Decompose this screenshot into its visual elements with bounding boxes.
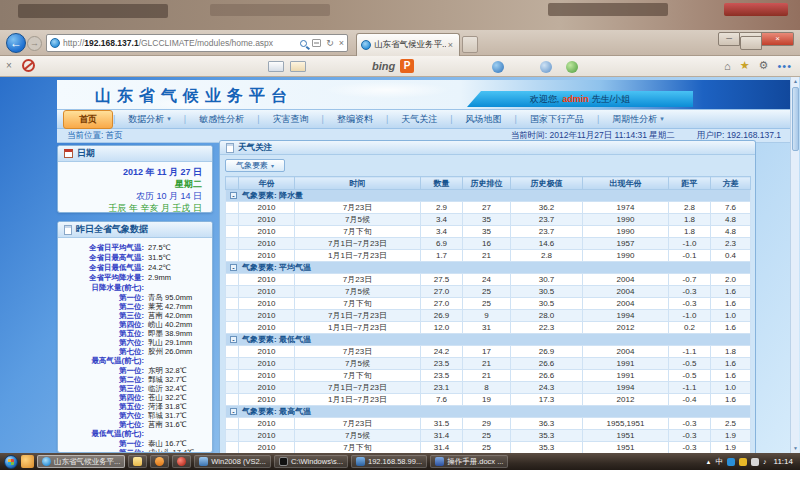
- scrollbar-thumb[interactable]: [792, 87, 799, 151]
- forward-button[interactable]: →: [27, 36, 42, 51]
- tray-expand-icon[interactable]: ▲: [706, 459, 712, 465]
- column-header: 方差: [711, 177, 751, 190]
- window-close-button[interactable]: ×: [762, 32, 794, 46]
- taskbar-button-app[interactable]: Win2008 (VS2...: [194, 455, 271, 468]
- taskbar-button-remote[interactable]: 192.168.58.99...: [351, 455, 427, 468]
- screen: ← → http://192.168.137.1/GLCCLIMATE/modu…: [0, 0, 800, 500]
- rank-value: 泰山 16.7℃: [148, 439, 187, 448]
- nav-tab-9[interactable]: 周期性分析▾: [599, 111, 677, 128]
- nav-tab-4[interactable]: 灾害查询: [260, 111, 322, 128]
- table-cell: 2012: [583, 322, 669, 334]
- addon-green-icon[interactable]: [566, 61, 578, 73]
- page-scrollbar[interactable]: ▲ ▼: [790, 77, 799, 453]
- table-cell: 2012: [583, 394, 669, 406]
- table-cell: 2010: [239, 214, 295, 226]
- tray-flag-icon[interactable]: [751, 458, 759, 466]
- table-cell: 7月23日: [295, 346, 421, 358]
- addon-blue-icon[interactable]: [492, 61, 504, 73]
- collapse-icon[interactable]: -: [230, 264, 237, 271]
- taskbar-button-folder[interactable]: [128, 455, 147, 468]
- table-cell: 22.3: [511, 322, 583, 334]
- table-cell: 1990: [583, 226, 669, 238]
- nav-tab-3[interactable]: 敏感性分析: [186, 111, 257, 128]
- nav-tab-2[interactable]: 数据分析▾: [115, 111, 184, 128]
- chevron-down-icon: ▾: [271, 162, 274, 169]
- sidebar: 日期 2012 年 11 月 27 日 星期二 农历 10 月 14 日 壬辰 …: [57, 145, 213, 453]
- collapse-icon[interactable]: -: [230, 192, 237, 199]
- table-row: 20107月5候31.42535.31951-0.31.9: [226, 430, 751, 442]
- nav-tab-7[interactable]: 风场地图: [453, 111, 515, 128]
- tray-security-icon[interactable]: [727, 458, 735, 466]
- pinned-app-icon[interactable]: [21, 455, 34, 468]
- home-icon[interactable]: ⌂: [724, 60, 731, 72]
- search-icon[interactable]: [300, 40, 307, 47]
- taskbar-button-orange[interactable]: [150, 455, 169, 468]
- ranking-item: 第二位:鄄城 32.7℃: [60, 375, 208, 384]
- browser-tab[interactable]: 山东省气候业务平... ×: [356, 33, 460, 56]
- volume-icon[interactable]: ♪: [763, 458, 767, 465]
- row-select-cell: [226, 382, 239, 394]
- table-cell: 1.6: [711, 286, 751, 298]
- row-select-cell: [226, 226, 239, 238]
- table-cell: 2010: [239, 298, 295, 310]
- table-cell: 1951: [583, 442, 669, 454]
- nav-tab-1[interactable]: 首页: [63, 110, 113, 129]
- table-cell: 1.0: [711, 310, 751, 322]
- table-cell: -0.3: [669, 286, 711, 298]
- nav-tab-8[interactable]: 国家下行产品: [517, 111, 597, 128]
- taskbar-button-ie[interactable]: 山东省气候业务平...: [37, 455, 125, 468]
- favorites-star-icon[interactable]: ★: [740, 59, 750, 72]
- url-text[interactable]: http://192.168.137.1/GLCCLIMATE/modules/…: [63, 38, 300, 48]
- table-cell: 7月23日: [295, 418, 421, 430]
- clock[interactable]: 11:14: [771, 457, 796, 466]
- group-name: 气象要素: 最高气温: [242, 407, 311, 416]
- tab-close-icon[interactable]: ×: [446, 40, 455, 50]
- window-minimize-button[interactable]: ─: [718, 32, 740, 46]
- bing-logo[interactable]: bing: [372, 60, 395, 72]
- taskbar-button-cmd[interactable]: C:\Windows\s...: [274, 455, 348, 468]
- window-maximize-button[interactable]: [740, 32, 762, 46]
- compatibility-view-icon[interactable]: [312, 39, 321, 47]
- group-header-row: -气象要素: 最高气温: [226, 406, 751, 418]
- group-header-cell: -气象要素: 平均气温: [226, 262, 751, 274]
- toolbar-close-icon[interactable]: ×: [6, 60, 12, 71]
- collapse-icon[interactable]: -: [230, 408, 237, 415]
- row-select-cell: [226, 310, 239, 322]
- column-header-empty: [226, 177, 239, 190]
- nav-tab-5[interactable]: 整编资料: [324, 111, 386, 128]
- addon-bird-icon[interactable]: [540, 61, 552, 73]
- rank-label: 第五位:: [60, 402, 144, 411]
- tools-gear-icon[interactable]: ⚙: [759, 59, 769, 72]
- ranking-item: 第七位:莒南 31.6℃: [60, 420, 208, 429]
- taskbar-button-red[interactable]: [172, 455, 191, 468]
- element-filter-button[interactable]: 气象要素 ▾: [225, 159, 285, 172]
- weather-stat-row: 全省日最低气温:24.2℃: [60, 263, 208, 273]
- rank-value: 青岛 95.0mm: [148, 293, 192, 302]
- nav-tab-6[interactable]: 天气关注: [388, 111, 450, 128]
- rank-value: 临沂 32.4℃: [148, 384, 187, 393]
- table-cell: 35.3: [511, 430, 583, 442]
- bing-plugin-icon[interactable]: P: [400, 59, 414, 73]
- more-icon[interactable]: •••: [777, 60, 792, 72]
- new-tab-button[interactable]: [462, 36, 478, 53]
- addon-card-icon[interactable]: [268, 61, 284, 72]
- table-cell: 17.3: [511, 394, 583, 406]
- language-indicator[interactable]: 中: [716, 457, 724, 467]
- taskbar-button-word[interactable]: 操作手册.docx ...: [430, 455, 508, 468]
- scroll-down-icon[interactable]: ▼: [791, 444, 800, 453]
- back-button[interactable]: ←: [6, 33, 26, 53]
- scroll-up-icon[interactable]: ▲: [791, 77, 800, 86]
- table-cell: 2.0: [711, 274, 751, 286]
- refresh-icon[interactable]: ↻: [326, 38, 334, 48]
- stop-icon[interactable]: ×: [339, 38, 344, 48]
- blocked-content-icon[interactable]: [22, 59, 35, 72]
- tray-warning-icon[interactable]: [739, 458, 747, 466]
- start-button[interactable]: [4, 455, 18, 469]
- address-bar[interactable]: http://192.168.137.1/GLCCLIMATE/modules/…: [46, 34, 348, 52]
- addon-mail-icon[interactable]: [290, 61, 306, 72]
- collapse-icon[interactable]: -: [230, 336, 237, 343]
- lunar-date: 农历 10 月 14 日: [58, 190, 202, 202]
- taskbar-button-label: 山东省气候业务平...: [54, 457, 120, 467]
- table-cell: 17: [463, 346, 511, 358]
- word-icon: [435, 457, 444, 466]
